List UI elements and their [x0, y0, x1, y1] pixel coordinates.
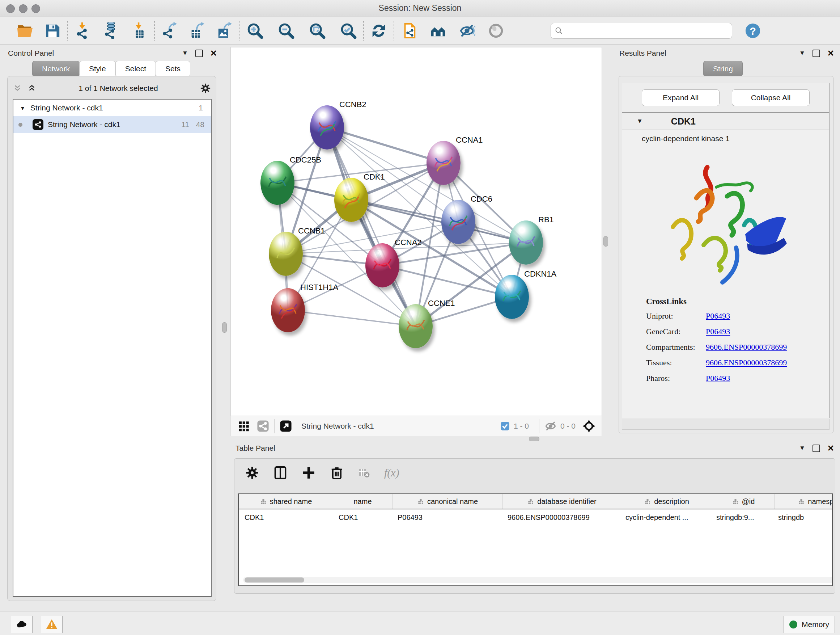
open-session-button[interactable]	[14, 19, 36, 42]
network-node-ccnb1[interactable]	[269, 232, 303, 276]
expand-all-button[interactable]: Expand All	[642, 89, 720, 106]
network-node-hist1h1a[interactable]	[271, 288, 305, 333]
collapse-panel-icon[interactable]: ▼	[799, 445, 805, 452]
network-node-ccne1[interactable]	[399, 304, 433, 348]
close-panel-icon[interactable]: ✕	[827, 50, 834, 57]
network-edge[interactable]	[327, 127, 444, 163]
expand-all-networks-icon[interactable]	[27, 84, 36, 93]
help-button[interactable]: ?	[742, 19, 764, 42]
tab-select[interactable]: Select	[115, 61, 156, 77]
maximize-panel-icon[interactable]	[195, 50, 203, 57]
protein-structure-image	[653, 153, 798, 290]
string-import-button[interactable]	[398, 19, 420, 42]
collapse-panel-icon[interactable]: ▼	[182, 50, 188, 57]
crosslink-pharos-link[interactable]: P06493	[706, 374, 730, 383]
network-node-ccnb2[interactable]	[310, 105, 344, 149]
results-horizontal-scrollbar[interactable]	[622, 419, 829, 430]
column-header[interactable]: namespace	[775, 494, 833, 509]
network-node-ccna1[interactable]	[426, 141, 461, 185]
zoom-fit-button[interactable]	[306, 19, 328, 42]
tab-style[interactable]: Style	[79, 61, 116, 77]
column-header[interactable]: description	[621, 494, 712, 509]
network-edge[interactable]	[327, 127, 416, 326]
network-node-count: 11	[181, 120, 189, 129]
search-input[interactable]	[563, 24, 732, 38]
column-header[interactable]: database identifier	[503, 494, 621, 509]
network-node-cdc25b[interactable]	[261, 161, 294, 205]
maximize-panel-icon[interactable]	[813, 50, 820, 57]
zoom-selected-button[interactable]	[337, 19, 360, 42]
import-network-file-button[interactable]	[72, 19, 94, 42]
collapse-all-networks-icon[interactable]	[13, 84, 22, 93]
network-share-icon[interactable]	[257, 420, 269, 432]
enhance-display-button[interactable]	[456, 19, 478, 42]
selected-checkbox-icon[interactable]	[500, 421, 510, 431]
import-table-button[interactable]	[128, 19, 150, 42]
highlight-button[interactable]	[485, 19, 507, 42]
zoom-in-button[interactable]	[244, 19, 266, 42]
crosslink-uniprot-link[interactable]: P06493	[706, 311, 730, 321]
network-row[interactable]: String Network - cdk1 11 48	[13, 116, 211, 133]
network-node-ccna2[interactable]	[365, 243, 399, 287]
export-network-button[interactable]	[158, 19, 181, 42]
network-node-rb1[interactable]	[509, 220, 543, 264]
collapse-all-button[interactable]: Collapse All	[732, 89, 810, 106]
column-header[interactable]: name	[333, 494, 393, 509]
network-node-cdk1[interactable]	[334, 178, 368, 222]
import-network-database-button[interactable]	[100, 19, 122, 42]
tab-network[interactable]: Network	[32, 61, 80, 77]
cloud-status-button[interactable]	[11, 616, 33, 633]
table-row[interactable]: CDK1 CDK1 P06493 9606.ENSP00000378699 cy…	[239, 509, 832, 525]
grid-view-icon[interactable]	[238, 420, 250, 432]
close-panel-icon[interactable]: ✕	[827, 445, 834, 451]
table-horizontal-scrollbar[interactable]	[243, 577, 833, 583]
apply-layout-button[interactable]	[368, 19, 390, 42]
delete-table-icon[interactable]	[358, 467, 370, 478]
function-builder-icon[interactable]: f(x)	[384, 467, 399, 479]
zoom-out-button[interactable]	[275, 19, 297, 42]
cell-canonical-name: P06493	[392, 513, 502, 522]
network-edge[interactable]	[288, 310, 416, 326]
scrollbar-thumb[interactable]	[245, 578, 304, 583]
add-column-icon[interactable]	[302, 466, 316, 480]
control-panel: Control Panel ▼ ✕ Network Style Select S…	[4, 47, 218, 605]
column-header[interactable]: canonical name	[393, 494, 503, 509]
delete-column-trash-icon[interactable]	[330, 466, 344, 480]
network-collection-row[interactable]: ▼ String Network - cdk1 1	[13, 100, 211, 116]
right-splitter-handle[interactable]	[603, 236, 608, 247]
warning-status-button[interactable]	[41, 616, 63, 633]
gene-collapse-icon[interactable]: ▼	[637, 118, 643, 125]
network-node-cdkn1a[interactable]	[495, 275, 529, 319]
import-table-icon	[131, 22, 148, 39]
close-panel-icon[interactable]: ✕	[210, 50, 217, 57]
save-session-button[interactable]	[41, 19, 64, 42]
export-image-button[interactable]	[213, 19, 236, 42]
tab-sets[interactable]: Sets	[156, 61, 190, 77]
left-splitter-handle[interactable]	[222, 322, 227, 333]
crosslink-tissues-link[interactable]: 9606.ENSP00000378699	[706, 358, 787, 367]
network-node-cdc6[interactable]	[441, 200, 475, 244]
collapse-panel-icon[interactable]: ▼	[799, 50, 805, 57]
table-settings-gear-icon[interactable]	[245, 466, 259, 480]
collection-expand-icon[interactable]: ▼	[20, 105, 25, 111]
export-table-button[interactable]	[186, 19, 208, 42]
string-home-button[interactable]	[427, 19, 449, 42]
birds-eye-toggle-icon[interactable]	[582, 419, 596, 433]
hidden-eye-icon[interactable]	[545, 420, 557, 432]
show-columns-icon[interactable]	[273, 466, 287, 480]
cell-description: cyclin-dependent ...	[620, 513, 711, 522]
crosslink-genecard-link[interactable]: P06493	[706, 327, 730, 336]
column-header[interactable]: @id	[712, 494, 775, 509]
detach-view-icon[interactable]	[279, 420, 292, 432]
network-canvas[interactable]: CCNB2CCNA1CDC25BCDK1CDC6RB1CCNB1CCNA2CDK…	[231, 47, 602, 416]
memory-button[interactable]: Memory	[783, 616, 835, 633]
network-options-gear-icon[interactable]	[200, 83, 211, 94]
maximize-panel-icon[interactable]	[813, 445, 820, 452]
tab-string[interactable]: String	[703, 61, 743, 77]
zoom-out-icon	[278, 22, 294, 39]
crosslink-compartments-link[interactable]: 9606.ENSP00000378699	[706, 342, 787, 352]
crosslink-label: Uniprot:	[646, 311, 706, 321]
column-header[interactable]: shared name	[239, 494, 333, 509]
crosslinks-heading: CrossLinks	[646, 297, 787, 306]
network-edge[interactable]	[351, 200, 526, 242]
